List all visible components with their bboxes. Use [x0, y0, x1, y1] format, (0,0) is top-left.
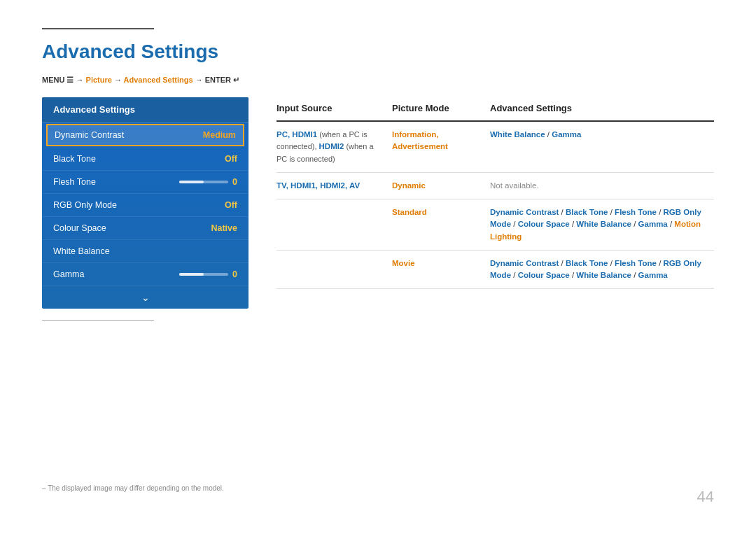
mode-information: Information,Advertisement: [392, 130, 448, 150]
source-cell-4: [276, 250, 392, 289]
menu-label: MENU: [42, 76, 66, 84]
gamma-value: 0: [232, 269, 237, 279]
source-cell-3: [276, 199, 392, 251]
col-header-picture-mode: Picture Mode: [392, 97, 490, 121]
bottom-note: The displayed image may differ depending…: [42, 484, 224, 492]
settings-gamma-1: Gamma: [552, 130, 581, 139]
top-rule: [42, 28, 154, 29]
mode-cell-3: Standard: [392, 199, 490, 251]
mode-cell-4: Movie: [392, 250, 490, 289]
mode-dynamic: Dynamic: [392, 181, 426, 190]
menu-item-label-black-tone: Black Tone: [53, 154, 96, 164]
mode-standard: Standard: [392, 208, 427, 216]
menu-item-label-white-balance: White Balance: [53, 246, 110, 256]
mode-movie: Movie: [392, 259, 415, 267]
s-white-balance: White Balance: [576, 220, 631, 228]
mode-cell-2: Dynamic: [392, 172, 490, 199]
breadcrumb-enter: ENTER ↵: [205, 76, 239, 84]
breadcrumb-advanced: Advanced Settings: [124, 76, 193, 84]
source-cell-1: PC, HDMI1 (when a PC is connected), HDMI…: [276, 121, 392, 172]
flesh-tone-slider[interactable]: 0: [179, 177, 237, 187]
menu-icon: ☰: [66, 76, 74, 84]
menu-item-value-colour-space: Native: [211, 223, 237, 233]
col-header-input-source: Input Source: [276, 97, 392, 121]
menu-item-label-dynamic-contrast: Dynamic Contrast: [55, 130, 124, 140]
breadcrumb: MENU ☰ → Picture → Advanced Settings → E…: [42, 76, 714, 85]
source-tv: TV, HDMI1, HDMI2, AV: [276, 181, 360, 190]
table-row: PC, HDMI1 (when a PC is connected), HDMI…: [276, 121, 714, 172]
menu-item-colour-space[interactable]: Colour Space Native: [42, 217, 248, 240]
m-dynamic-contrast: Dynamic Contrast: [490, 259, 559, 267]
page-title: Advanced Settings: [42, 41, 714, 63]
menu-item-rgb-only-mode[interactable]: RGB Only Mode Off: [42, 194, 248, 217]
slider-fill-flesh: [179, 181, 204, 183]
m-white-balance: White Balance: [576, 271, 631, 279]
mode-cell-1: Information,Advertisement: [392, 121, 490, 172]
m-black-tone: Black Tone: [566, 259, 608, 267]
source-cell-2: TV, HDMI1, HDMI2, AV: [276, 172, 392, 199]
flesh-tone-value: 0: [232, 177, 237, 187]
menu-item-label-gamma: Gamma: [53, 269, 84, 279]
settings-na: Not available.: [490, 181, 539, 190]
menu-panel-title: Advanced Settings: [42, 97, 248, 122]
source-hdmi2: HDMI2: [319, 142, 344, 150]
breadcrumb-arrow2: →: [114, 76, 124, 84]
menu-item-gamma[interactable]: Gamma 0: [42, 263, 248, 286]
s-flesh-tone: Flesh Tone: [615, 208, 657, 216]
settings-cell-1: White Balance / Gamma: [490, 121, 714, 172]
menu-item-dynamic-contrast[interactable]: Dynamic Contrast Medium: [46, 124, 244, 146]
menu-item-label-flesh-tone: Flesh Tone: [53, 177, 96, 187]
m-colour-space: Colour Space: [518, 271, 570, 279]
settings-cell-3: Dynamic Contrast / Black Tone / Flesh To…: [490, 199, 714, 251]
table-row: TV, HDMI1, HDMI2, AV Dynamic Not availab…: [276, 172, 714, 199]
breadcrumb-picture: Picture: [86, 76, 112, 84]
settings-cell-4: Dynamic Contrast / Black Tone / Flesh To…: [490, 250, 714, 289]
s-gamma: Gamma: [638, 220, 668, 228]
menu-item-value-dynamic-contrast: Medium: [203, 130, 236, 140]
breadcrumb-arrow1: →: [76, 76, 86, 84]
menu-item-value-rgb: Off: [225, 200, 237, 210]
content-area: Advanced Settings Dynamic Contrast Mediu…: [42, 97, 714, 329]
menu-item-white-balance[interactable]: White Balance: [42, 240, 248, 263]
info-table: Input Source Picture Mode Advanced Setti…: [276, 97, 714, 289]
s-dynamic-contrast: Dynamic Contrast: [490, 208, 559, 216]
table-row: Movie Dynamic Contrast / Black Tone / Fl…: [276, 250, 714, 289]
menu-panel: Advanced Settings Dynamic Contrast Mediu…: [42, 97, 248, 309]
left-bottom-rule: [42, 320, 154, 321]
info-table-section: Input Source Picture Mode Advanced Setti…: [276, 97, 714, 289]
menu-item-black-tone[interactable]: Black Tone Off: [42, 148, 248, 171]
menu-item-label-rgb: RGB Only Mode: [53, 200, 117, 210]
menu-item-label-colour-space: Colour Space: [53, 223, 106, 233]
gamma-slider[interactable]: 0: [179, 269, 237, 279]
slider-track-flesh: [179, 181, 228, 183]
col-header-advanced-settings: Advanced Settings: [490, 97, 714, 121]
menu-item-value-black-tone: Off: [225, 154, 237, 164]
settings-white-balance: White Balance: [490, 130, 545, 139]
m-gamma: Gamma: [638, 271, 668, 279]
breadcrumb-arrow3: →: [195, 76, 205, 84]
table-row: Standard Dynamic Contrast / Black Tone /…: [276, 199, 714, 251]
m-flesh-tone: Flesh Tone: [615, 259, 657, 267]
source-pc-hdmi1: PC, HDMI1: [276, 130, 317, 139]
settings-sep-1: /: [545, 130, 552, 139]
slider-fill-gamma: [179, 273, 204, 276]
s-colour-space: Colour Space: [518, 220, 570, 228]
settings-cell-2: Not available.: [490, 172, 714, 199]
s-black-tone: Black Tone: [566, 208, 608, 216]
slider-track-gamma: [179, 273, 228, 276]
scroll-down-indicator[interactable]: ⌄: [42, 286, 248, 309]
page-number: 44: [697, 488, 714, 506]
menu-item-flesh-tone[interactable]: Flesh Tone 0: [42, 171, 248, 194]
chevron-down-icon: ⌄: [141, 292, 150, 303]
